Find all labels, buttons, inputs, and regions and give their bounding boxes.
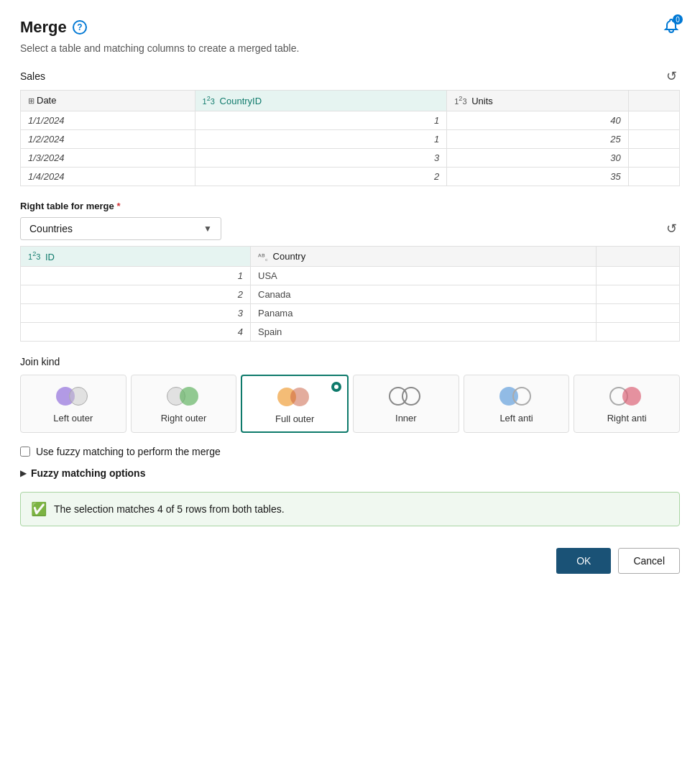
cell-units-2: 25	[447, 129, 629, 148]
cell-date-1: 1/1/2024	[21, 111, 195, 129]
venn-left-anti	[499, 385, 534, 407]
join-card-left-outer[interactable]: Left outer	[20, 375, 126, 433]
subtitle: Select a table and matching columns to c…	[20, 42, 680, 54]
join-card-left-anti[interactable]: Left anti	[464, 375, 570, 433]
sales-col-date[interactable]: ⊞Date	[21, 91, 195, 111]
fuzzy-matching-label[interactable]: Use fuzzy matching to perform the merge	[36, 446, 221, 457]
cell-empty-4	[628, 167, 679, 186]
sales-refresh-button[interactable]: ↺	[663, 67, 680, 86]
cell-empty-3	[628, 148, 679, 167]
sales-col-empty	[628, 91, 679, 111]
venn-right-outer	[167, 385, 201, 407]
join-card-full-outer-label: Full outer	[275, 413, 314, 424]
cell-units-1: 40	[447, 111, 629, 129]
cell-countryid-1: 1	[195, 111, 447, 129]
fuzzy-options-label: Fuzzy matching options	[31, 467, 145, 479]
cell-country-4: Spain	[251, 323, 597, 342]
footer-row: OK Cancel	[20, 548, 680, 574]
sales-section-label: Sales ↺	[20, 67, 680, 86]
join-card-right-outer-label: Right outer	[161, 413, 207, 424]
fuzzy-matching-checkbox[interactable]	[20, 447, 30, 457]
table-row: 1 USA	[21, 267, 680, 285]
table-row: 1/1/2024 1 40	[21, 111, 680, 129]
sales-table: ⊞Date 123 CountryID 123 Units 1/1/2024 1…	[20, 90, 680, 186]
join-card-inner[interactable]: Inner	[353, 375, 459, 433]
join-cards-container: Left outer Right outer Full outer Inner …	[20, 375, 680, 433]
chevron-down-icon: ▼	[203, 224, 212, 234]
table-row: 2 Canada	[21, 285, 680, 304]
cell-countryid-4: 2	[195, 167, 447, 186]
right-table-dropdown[interactable]: Countries ▼	[20, 217, 221, 240]
cell-units-3: 30	[447, 148, 629, 167]
table-row: 1/2/2024 1 25	[21, 129, 680, 148]
join-card-right-anti[interactable]: Right anti	[574, 375, 680, 433]
venn-inner	[389, 385, 423, 407]
table-row: 1/4/2024 2 35	[21, 167, 680, 186]
fuzzy-options-row[interactable]: ▶ Fuzzy matching options	[20, 467, 680, 479]
venn-left-outer	[56, 385, 91, 407]
cell-countryid-3: 3	[195, 148, 447, 167]
join-kind-label: Join kind	[20, 356, 680, 367]
join-card-right-outer[interactable]: Right outer	[131, 375, 237, 433]
cell-country-2: Canada	[251, 285, 597, 304]
cell-empty-c2	[597, 285, 680, 304]
join-card-inner-label: Inner	[395, 413, 417, 424]
cell-id-4: 4	[21, 323, 251, 342]
countries-col-country[interactable]: ᴬᴮ꜀ Country	[251, 246, 597, 267]
success-icon: ✅	[31, 501, 47, 517]
cell-country-1: USA	[251, 267, 597, 285]
header-row: Merge ? 0	[20, 17, 680, 37]
cell-date-4: 1/4/2024	[21, 167, 195, 186]
selected-indicator	[331, 382, 341, 392]
cell-date-2: 1/2/2024	[21, 129, 195, 148]
cell-empty-c4	[597, 323, 680, 342]
cell-date-3: 1/3/2024	[21, 148, 195, 167]
status-bar: ✅ The selection matches 4 of 5 rows from…	[20, 492, 680, 526]
countries-col-empty	[597, 246, 680, 267]
right-table-label: Right table for merge *	[20, 201, 680, 211]
table-row: 4 Spain	[21, 323, 680, 342]
fuzzy-matching-row: Use fuzzy matching to perform the merge	[20, 446, 680, 457]
cancel-button[interactable]: Cancel	[618, 548, 680, 574]
required-star: *	[116, 201, 120, 211]
ok-button[interactable]: OK	[556, 548, 611, 574]
cell-id-3: 3	[21, 304, 251, 323]
table-row: 1/3/2024 3 30	[21, 148, 680, 167]
dropdown-value: Countries	[29, 223, 73, 234]
dropdown-row: Countries ▼ ↺	[20, 217, 680, 240]
page-title: Merge	[20, 18, 67, 37]
help-icon[interactable]: ?	[73, 20, 87, 35]
cell-empty-1	[628, 111, 679, 129]
cell-country-3: Panama	[251, 304, 597, 323]
cell-empty-c3	[597, 304, 680, 323]
title-group: Merge ?	[20, 18, 87, 37]
join-card-right-anti-label: Right anti	[607, 413, 647, 424]
venn-full-outer	[277, 386, 312, 408]
countries-table: 123 ID ᴬᴮ꜀ Country 1 USA 2 Canada 3 Pana…	[20, 246, 680, 342]
notification-icon[interactable]: 0	[663, 17, 680, 37]
sales-col-countryid[interactable]: 123 CountryID	[195, 91, 447, 111]
join-card-left-anti-label: Left anti	[499, 413, 533, 424]
cell-id-1: 1	[21, 267, 251, 285]
cell-empty-2	[628, 129, 679, 148]
right-table-refresh-button[interactable]: ↺	[663, 219, 680, 238]
notification-badge: 0	[673, 14, 683, 24]
status-message: The selection matches 4 of 5 rows from b…	[54, 503, 285, 515]
join-card-full-outer[interactable]: Full outer	[241, 375, 349, 433]
venn-right-anti	[609, 385, 644, 407]
sales-col-units[interactable]: 123 Units	[447, 91, 629, 111]
cell-units-4: 35	[447, 167, 629, 186]
table-row: 3 Panama	[21, 304, 680, 323]
countries-col-id[interactable]: 123 ID	[21, 246, 251, 267]
expand-arrow-icon: ▶	[20, 468, 27, 478]
cell-empty-c1	[597, 267, 680, 285]
cell-id-2: 2	[21, 285, 251, 304]
cell-countryid-2: 1	[195, 129, 447, 148]
join-card-left-outer-label: Left outer	[53, 413, 93, 424]
